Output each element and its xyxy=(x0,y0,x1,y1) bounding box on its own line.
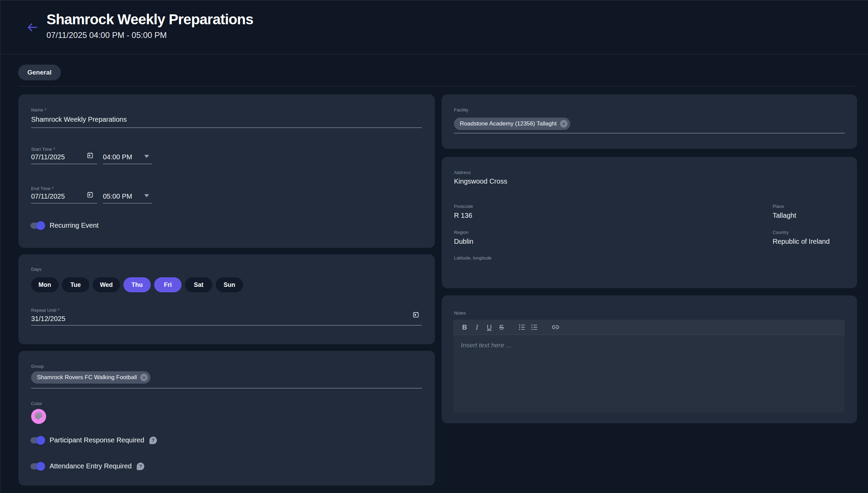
repeat-until-underline xyxy=(31,325,422,325)
facility-chip-label: Roadstone Academy (12356) Tallaght xyxy=(460,120,557,127)
attendance-entry-row: Attendance Entry Required ? xyxy=(30,462,144,470)
divider xyxy=(18,86,857,86)
start-time-input[interactable]: 04:00 PM xyxy=(103,153,132,161)
chevron-down-icon[interactable] xyxy=(144,194,149,197)
recurring-event-row: Recurring Event xyxy=(30,222,98,229)
days-label: Days xyxy=(31,267,41,272)
attendance-entry-label: Attendance Entry Required xyxy=(50,462,132,470)
palette-icon xyxy=(34,411,43,422)
color-swatch[interactable] xyxy=(31,409,46,424)
end-time-label: End Time * xyxy=(31,186,54,191)
tab-general[interactable]: General xyxy=(18,65,61,80)
end-date-underline xyxy=(31,203,97,203)
calendar-icon[interactable] xyxy=(86,152,94,159)
bullet-list-icon[interactable] xyxy=(531,323,538,331)
day-chip-sun[interactable]: Sun xyxy=(216,277,243,292)
facility-underline xyxy=(454,133,845,133)
address-value: Kingswood Cross xyxy=(454,177,507,185)
day-chip-sat[interactable]: Sat xyxy=(185,277,212,292)
ordered-list-icon[interactable] xyxy=(518,323,526,331)
recurring-event-label: Recurring Event xyxy=(50,222,98,229)
start-time-underline xyxy=(103,164,152,164)
general-card: Name * Shamrock Weekly Preparations Star… xyxy=(18,94,435,248)
start-date-underline xyxy=(31,164,97,164)
toggle-knob xyxy=(36,436,45,445)
country-label: Country xyxy=(773,230,789,235)
event-datetime: 07/11/2025 04:00 PM - 05:00 PM xyxy=(46,30,253,40)
title-block: Shamrock Weekly Preparations 07/11/2025 … xyxy=(46,11,253,40)
header: Shamrock Weekly Preparations 07/11/2025 … xyxy=(0,0,868,54)
region-value: Dublin xyxy=(454,238,473,245)
attendance-entry-toggle[interactable] xyxy=(30,463,44,469)
end-time-underline xyxy=(103,203,152,203)
x-circle-icon[interactable]: ✕ xyxy=(560,120,567,128)
place-value: Tallaght xyxy=(773,212,796,219)
name-input[interactable]: Shamrock Weekly Preparations xyxy=(31,116,127,123)
name-underline xyxy=(31,128,422,128)
color-label: Color xyxy=(31,401,42,406)
end-date-input[interactable]: 07/11/2025 xyxy=(31,192,65,200)
place-label: Place xyxy=(773,204,784,209)
calendar-icon[interactable] xyxy=(86,191,94,198)
postcode-value: R 136 xyxy=(454,212,472,219)
help-icon[interactable]: ? xyxy=(137,463,144,470)
country-value: Republic of Ireland xyxy=(773,238,830,245)
notes-label: Notes xyxy=(454,310,466,316)
facility-chip[interactable]: Roadstone Academy (12356) Tallaght ✕ xyxy=(454,118,570,130)
start-date-input[interactable]: 07/11/2025 xyxy=(31,153,65,161)
end-time-input[interactable]: 05:00 PM xyxy=(103,192,132,200)
calendar-icon[interactable] xyxy=(412,311,419,318)
bold-button[interactable]: B xyxy=(461,323,468,331)
group-underline xyxy=(31,388,422,388)
day-chip-wed[interactable]: Wed xyxy=(93,277,120,292)
participant-response-toggle[interactable] xyxy=(30,437,44,443)
notes-card: Notes B I U S xyxy=(442,295,857,423)
x-circle-icon[interactable]: ✕ xyxy=(140,374,148,381)
name-label: Name * xyxy=(31,107,46,112)
help-icon[interactable]: ? xyxy=(149,437,157,444)
notes-editor[interactable]: B I U S xyxy=(453,320,845,413)
italic-button[interactable]: I xyxy=(473,323,481,331)
participant-response-row: Participant Response Required ? xyxy=(30,436,157,444)
back-button[interactable] xyxy=(25,20,40,35)
address-card: Address Kingswood Cross Postcode R 136 P… xyxy=(442,157,857,288)
strikethrough-button[interactable]: S xyxy=(498,323,505,331)
repeat-until-input[interactable]: 31/12/2025 xyxy=(31,315,65,323)
facility-label: Facility xyxy=(454,107,468,112)
toggle-knob xyxy=(36,221,45,230)
postcode-label: Postcode xyxy=(454,204,473,209)
group-chip[interactable]: Shamrock Rovers FC Walking Football ✕ xyxy=(31,371,150,384)
latitude-longitude-label: Latitude, longitude xyxy=(454,255,492,261)
region-label: Region xyxy=(454,230,468,235)
group-card: Group Shamrock Rovers FC Walking Footbal… xyxy=(18,351,435,485)
notes-placeholder: Insert text here ... xyxy=(461,342,511,349)
days-row: Mon Tue Wed Thu Fri Sat Sun xyxy=(31,277,243,292)
underline-button[interactable]: U xyxy=(485,323,493,331)
group-label: Group xyxy=(31,364,44,369)
page-title: Shamrock Weekly Preparations xyxy=(46,11,253,28)
toggle-knob xyxy=(36,462,45,471)
arrow-left-icon xyxy=(26,29,39,35)
day-chip-thu[interactable]: Thu xyxy=(123,277,151,292)
start-time-label: Start Time * xyxy=(31,147,55,152)
chevron-down-icon[interactable] xyxy=(144,155,149,158)
day-chip-fri[interactable]: Fri xyxy=(154,277,182,292)
repeat-until-label: Repeat Until * xyxy=(31,308,59,313)
address-label: Address xyxy=(454,170,471,175)
notes-toolbar: B I U S xyxy=(453,320,845,335)
facility-card: Facility Roadstone Academy (12356) Talla… xyxy=(442,94,857,149)
participant-response-label: Participant Response Required xyxy=(50,436,144,444)
recurring-event-toggle[interactable] xyxy=(30,223,44,229)
link-icon[interactable] xyxy=(552,323,559,331)
day-chip-mon[interactable]: Mon xyxy=(31,277,58,292)
event-details-page: Shamrock Weekly Preparations 07/11/2025 … xyxy=(0,0,868,493)
days-card: Days Mon Tue Wed Thu Fri Sat Sun Repeat … xyxy=(18,254,435,344)
group-chip-label: Shamrock Rovers FC Walking Football xyxy=(37,374,137,381)
day-chip-tue[interactable]: Tue xyxy=(62,277,89,292)
